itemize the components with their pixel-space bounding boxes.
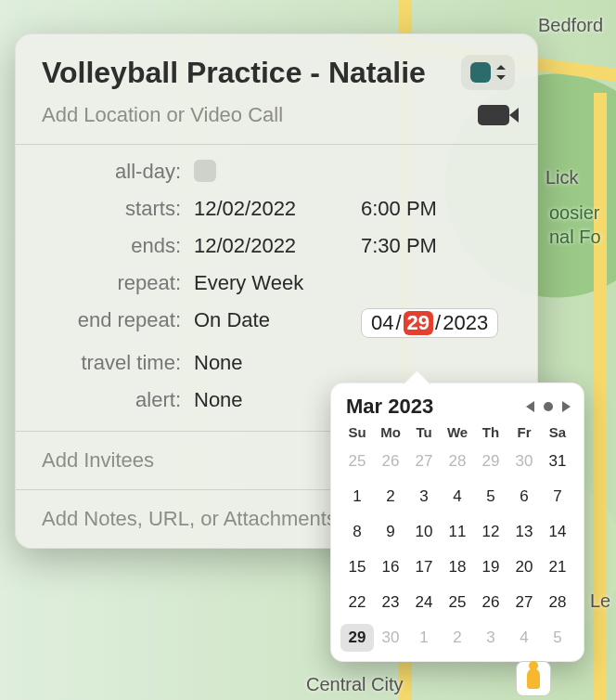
calendar-day[interactable]: 4 [441, 483, 474, 511]
calendar-swatch-icon [470, 62, 491, 83]
calendar-day[interactable]: 12 [474, 518, 507, 546]
calendar-day[interactable]: 6 [507, 483, 541, 511]
end-repeat-label: end repeat: [42, 308, 181, 338]
start-time-field[interactable]: 6:00 PM [361, 197, 515, 221]
dow-header: Mo [374, 424, 407, 440]
pegman-icon [527, 668, 540, 689]
calendar-day[interactable]: 7 [541, 483, 574, 511]
calendar-day[interactable]: 27 [407, 447, 441, 475]
calendar-day[interactable]: 20 [507, 553, 541, 581]
today-button[interactable] [544, 402, 553, 411]
map-label: Le [590, 590, 610, 612]
end-repeat-date-field[interactable]: 04/29/2023 [361, 308, 498, 338]
calendar-day[interactable]: 25 [340, 447, 374, 475]
end-date-field[interactable]: 12/02/2022 [194, 234, 348, 258]
alert-label: alert: [42, 388, 181, 412]
dow-header: Fr [507, 424, 541, 440]
map-label: oosier [549, 202, 599, 224]
calendar-day[interactable]: 5 [474, 483, 507, 511]
allday-label: all-day: [42, 160, 181, 184]
end-repeat-day[interactable]: 29 [404, 311, 433, 335]
end-time-field[interactable]: 7:30 PM [361, 234, 515, 258]
dow-header: Tu [407, 424, 441, 440]
calendar-day[interactable]: 28 [541, 589, 574, 616]
calendar-color-picker[interactable] [461, 55, 515, 90]
calendar-day[interactable]: 19 [474, 553, 507, 581]
calendar-day[interactable]: 21 [541, 553, 574, 581]
prev-month-button[interactable] [526, 401, 534, 412]
calendar-day[interactable]: 10 [407, 518, 441, 546]
calendar-day[interactable]: 17 [407, 553, 441, 581]
calendar-day[interactable]: 15 [340, 553, 374, 581]
map-label: Central City [306, 674, 403, 695]
street-view-pegman[interactable] [516, 661, 551, 696]
allday-checkbox[interactable] [194, 160, 216, 182]
calendar-day[interactable]: 24 [407, 589, 441, 616]
calendar-day[interactable]: 1 [340, 483, 374, 511]
end-repeat-year[interactable]: 2023 [443, 311, 488, 335]
calendar-day[interactable]: 2 [374, 483, 407, 511]
video-call-icon[interactable] [478, 105, 509, 125]
calendar-day[interactable]: 8 [340, 518, 374, 546]
calendar-day[interactable]: 26 [474, 589, 507, 616]
calendar-day[interactable]: 3 [474, 624, 507, 652]
repeat-label: repeat: [42, 271, 181, 295]
dow-header: Th [474, 424, 507, 440]
calendar-day[interactable]: 27 [507, 589, 541, 616]
calendar-day[interactable]: 25 [441, 589, 474, 616]
map-label: nal Fo [549, 227, 601, 248]
start-date-field[interactable]: 12/02/2022 [194, 197, 348, 221]
calendar-day[interactable]: 14 [541, 518, 574, 546]
map-label: Lick [545, 167, 579, 188]
event-title[interactable]: Volleyball Practice - Natalie [42, 56, 426, 90]
calendar-day[interactable]: 11 [441, 518, 474, 546]
calendar-day[interactable]: 3 [407, 483, 441, 511]
calendar-day[interactable]: 13 [507, 518, 541, 546]
calendar-day[interactable]: 4 [507, 624, 541, 652]
dow-header: Su [340, 424, 374, 440]
location-input[interactable]: Add Location or Video Call [42, 103, 478, 127]
calendar-day[interactable]: 1 [407, 624, 441, 652]
calendar-day[interactable]: 16 [374, 553, 407, 581]
dow-header: Sa [541, 424, 574, 440]
starts-label: starts: [42, 197, 181, 221]
dow-header: We [441, 424, 474, 440]
travel-label: travel time: [42, 351, 181, 375]
calendar-day[interactable]: 5 [541, 624, 574, 652]
calendar-day[interactable]: 18 [441, 553, 474, 581]
ends-label: ends: [42, 234, 181, 258]
repeat-value[interactable]: Every Week [194, 271, 515, 295]
next-month-button[interactable] [562, 401, 571, 412]
calendar-day[interactable]: 28 [441, 447, 474, 475]
end-repeat-mode[interactable]: On Date [194, 308, 348, 338]
calendar-day[interactable]: 29 [340, 624, 374, 652]
calendar-day[interactable]: 22 [340, 589, 374, 616]
calendar-day[interactable]: 31 [541, 447, 574, 475]
calendar-day[interactable]: 30 [507, 447, 541, 475]
calendar-day[interactable]: 26 [374, 447, 407, 475]
calendar-day[interactable]: 29 [474, 447, 507, 475]
calendar-day[interactable]: 30 [374, 624, 407, 652]
date-picker-popover: Mar 2023 SuMoTuWeThFrSa25262728293031123… [330, 382, 584, 662]
travel-value[interactable]: None [194, 351, 515, 375]
map-label: Bedford [538, 15, 603, 36]
end-repeat-month[interactable]: 04 [371, 311, 393, 335]
calendar-day[interactable]: 2 [441, 624, 474, 652]
calendar-day[interactable]: 23 [374, 589, 407, 616]
calendar-day[interactable]: 9 [374, 518, 407, 546]
updown-caret-icon [496, 65, 506, 80]
date-picker-month-title: Mar 2023 [346, 395, 433, 419]
